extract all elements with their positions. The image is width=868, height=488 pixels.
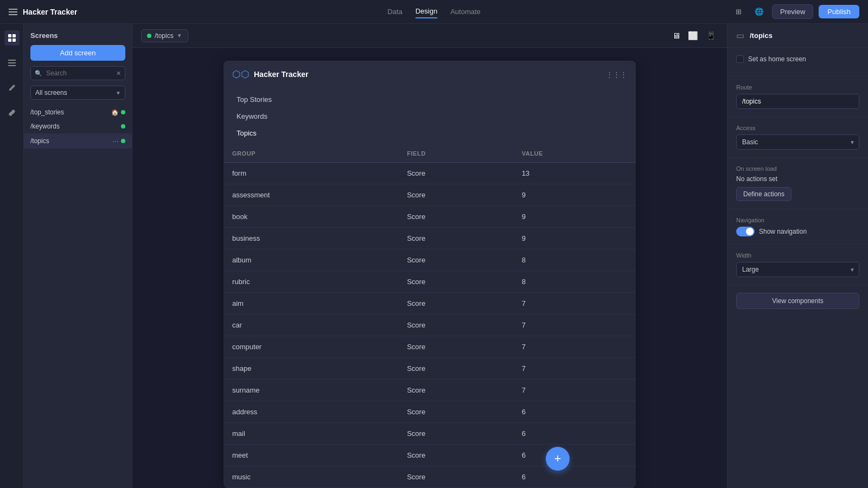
home-screen-row: Set as home screen — [736, 55, 859, 63]
width-select[interactable]: Small Medium Large Full — [736, 262, 859, 277]
viewport-controls: 🖥 ⬜ 📱 — [670, 29, 718, 43]
screens-icon[interactable] — [4, 30, 20, 46]
add-screen-button[interactable]: Add screen — [30, 45, 125, 61]
screen-icons: 🏠 — [111, 109, 125, 116]
access-section: Access Basic Admin Public ▼ — [727, 117, 868, 158]
screen-label: /top_stories — [30, 108, 108, 116]
fab-button[interactable]: + — [546, 447, 570, 471]
tab-data[interactable]: Data — [387, 5, 402, 18]
frame-nav-topics[interactable]: Topics — [232, 126, 627, 140]
table-row[interactable]: surname Score 7 — [224, 380, 636, 401]
canvas-toolbar: /topics ▼ 🖥 ⬜ 📱 — [132, 24, 727, 48]
table-row[interactable]: car Score 7 — [224, 314, 636, 336]
status-dot — [121, 124, 125, 129]
device-icon[interactable]: ⊞ — [731, 4, 746, 20]
frame-nav-top-stories[interactable]: Top Stories — [232, 92, 627, 107]
icon-bar — [0, 24, 24, 488]
link-icon[interactable] — [4, 105, 20, 120]
navigation-toggle[interactable] — [736, 227, 755, 236]
table-row[interactable]: aim Score 7 — [224, 293, 636, 314]
cell-group: meet — [224, 445, 398, 466]
screen-item-top-stories[interactable]: /top_stories 🏠 — [24, 105, 132, 119]
publish-button[interactable]: Publish — [819, 5, 859, 18]
table-row[interactable]: business Score 9 — [224, 228, 636, 249]
route-badge[interactable]: /topics ▼ — [141, 29, 188, 42]
screen-list: /top_stories 🏠 /keywords /topics ··· — [24, 105, 132, 149]
cell-group: music — [224, 466, 398, 488]
on-screen-load-label: On screen load — [736, 165, 859, 172]
canvas-area: /topics ▼ 🖥 ⬜ 📱 ⬡⬡ Hacker Tracker — [132, 24, 727, 488]
table-row[interactable]: form Score 13 — [224, 163, 636, 184]
table-row[interactable]: computer Score 7 — [224, 336, 636, 358]
table-row[interactable]: music Score 6 — [224, 466, 636, 488]
screen-item-topics[interactable]: /topics ··· — [24, 133, 132, 149]
filter-select[interactable]: All screens Published Draft — [30, 86, 125, 100]
mobile-viewport-btn[interactable]: 📱 — [704, 29, 718, 43]
table-row[interactable]: rubric Score 8 — [224, 271, 636, 293]
status-dot — [121, 139, 125, 143]
sidebar: Screens Add screen 🔍 ✕ All screens Publi… — [24, 24, 132, 488]
cell-field: Score — [398, 206, 513, 228]
panel-title: /topics — [750, 31, 773, 40]
edit-icon[interactable] — [4, 80, 20, 95]
home-screen-section: Set as home screen — [727, 48, 868, 76]
screen-label: /keywords — [30, 123, 118, 130]
table-row[interactable]: meet Score 6 — [224, 445, 636, 466]
route-label: /topics — [155, 32, 174, 40]
topbar-right: ⊞ 🌐 Preview Publish — [481, 4, 859, 20]
list-icon[interactable] — [4, 55, 20, 70]
frame-nav-keywords[interactable]: Keywords — [232, 109, 627, 124]
cell-field: Score — [398, 271, 513, 293]
clear-icon[interactable]: ✕ — [116, 70, 121, 77]
cell-field: Score — [398, 163, 513, 184]
sidebar-header: Screens — [24, 29, 132, 45]
cell-value: 8 — [513, 271, 636, 293]
tab-design[interactable]: Design — [416, 5, 437, 18]
main-layout: Screens Add screen 🔍 ✕ All screens Publi… — [0, 24, 868, 488]
cell-value: 7 — [513, 380, 636, 401]
view-components-button[interactable]: View components — [736, 293, 859, 309]
route-field-label: Route — [736, 84, 859, 91]
screen-item-keywords[interactable]: /keywords — [24, 119, 132, 133]
preview-button[interactable]: Preview — [772, 4, 813, 19]
table-row[interactable]: assessment Score 9 — [224, 184, 636, 206]
search-input[interactable] — [30, 66, 125, 80]
table-row[interactable]: album Score 8 — [224, 249, 636, 271]
cell-field: Score — [398, 466, 513, 488]
tab-automate[interactable]: Automate — [450, 5, 481, 18]
cell-group: computer — [224, 336, 398, 358]
frame-menu-icon[interactable]: ⋮⋮⋮ — [606, 70, 627, 79]
more-icon[interactable]: ··· — [112, 137, 119, 145]
define-actions-button[interactable]: Define actions — [736, 187, 792, 201]
col-group: GROUP — [224, 145, 398, 163]
cell-group: business — [224, 228, 398, 249]
cell-value: 6 — [513, 401, 636, 423]
topbar-nav: Data Design Automate — [387, 5, 481, 18]
frame-app-title: Hacker Tracker — [254, 70, 308, 79]
route-input[interactable] — [736, 94, 859, 109]
screen-frame: ⬡⬡ Hacker Tracker ⋮⋮⋮ Top Stories Keywor… — [224, 61, 636, 488]
cell-value: 7 — [513, 336, 636, 358]
tablet-viewport-btn[interactable]: ⬜ — [686, 29, 700, 43]
frame-header: ⬡⬡ Hacker Tracker ⋮⋮⋮ — [224, 61, 636, 88]
access-select-wrapper: Basic Admin Public ▼ — [736, 134, 859, 150]
table-row[interactable]: mail Score 6 — [224, 423, 636, 445]
cell-group: mail — [224, 423, 398, 445]
cell-field: Score — [398, 423, 513, 445]
screen-canvas: ⬡⬡ Hacker Tracker ⋮⋮⋮ Top Stories Keywor… — [132, 48, 727, 488]
desktop-viewport-btn[interactable]: 🖥 — [670, 29, 682, 42]
access-select[interactable]: Basic Admin Public — [736, 134, 859, 150]
home-screen-checkbox[interactable] — [736, 55, 744, 63]
screen-icons — [121, 124, 125, 129]
menu-icon[interactable] — [9, 9, 17, 15]
col-value: VALUE — [513, 145, 636, 163]
globe-icon[interactable]: 🌐 — [751, 4, 767, 20]
toggle-thumb — [746, 228, 754, 235]
svg-rect-4 — [8, 60, 16, 61]
cell-field: Score — [398, 184, 513, 206]
table-row[interactable]: book Score 9 — [224, 206, 636, 228]
show-navigation-row: Show navigation — [736, 227, 859, 236]
cell-value: 9 — [513, 184, 636, 206]
table-row[interactable]: shape Score 7 — [224, 358, 636, 380]
table-row[interactable]: address Score 6 — [224, 401, 636, 423]
